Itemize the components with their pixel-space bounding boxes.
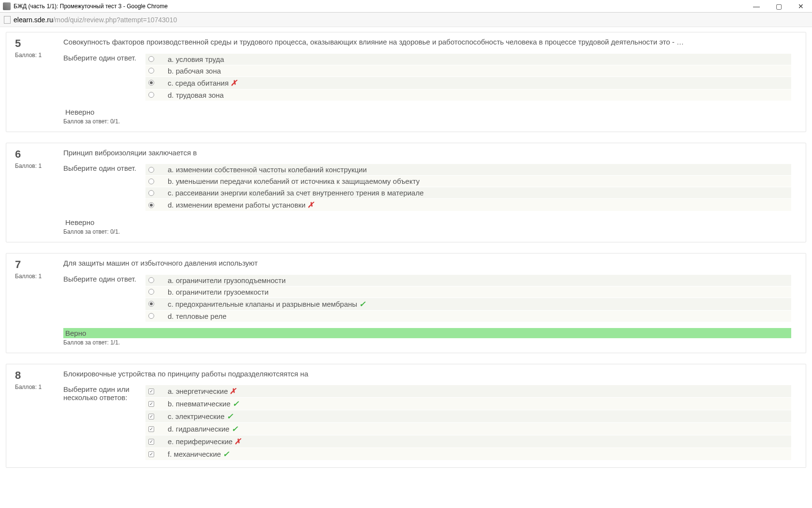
radio-icon[interactable] — [148, 167, 154, 173]
question-block: 7Баллов: 1Для защиты машин от избыточног… — [6, 253, 806, 353]
answer-text: e. периферические — [168, 437, 232, 446]
page-content[interactable]: 5Баллов: 1Совокупность факторов производ… — [0, 27, 812, 508]
radio-icon[interactable] — [148, 56, 154, 62]
question-prompt: Выберите один или несколько ответов: — [63, 385, 145, 402]
page-icon — [4, 16, 11, 24]
radio-icon[interactable] — [148, 289, 154, 295]
answer-option[interactable]: c. рассеивании энергии колебаний за счет… — [145, 187, 791, 198]
answer-option[interactable]: d. гидравлические✓ — [145, 423, 791, 435]
question-points: Баллов: 1 — [15, 52, 63, 59]
answer-text: b. уменьшении передачи колебаний от исто… — [168, 177, 420, 185]
answer-option[interactable]: c. электрические✓ — [145, 410, 791, 422]
answer-text: a. энергетические — [168, 387, 228, 395]
result-text: Верно — [63, 328, 791, 338]
check-icon: ✓ — [232, 424, 238, 433]
question-block: 8Баллов: 1Блокировочные устройства по пр… — [6, 364, 806, 468]
answer-option[interactable]: b. уменьшении передачи колебаний от исто… — [145, 176, 791, 187]
answer-text: b. пневматические — [168, 400, 231, 408]
cross-icon: ✗ — [231, 78, 237, 88]
window-titlebar: БЖД (часть 1/1): Промежуточный тест 3 - … — [0, 0, 812, 13]
answer-text: a. условия труда — [168, 55, 224, 63]
question-points: Баллов: 1 — [15, 163, 63, 169]
answer-option[interactable]: a. ограничители грузоподъемности — [145, 275, 791, 286]
score-text: Баллов за ответ: 0/1. — [63, 228, 791, 235]
url-path: /mod/quiz/review.php?attempt=10743010 — [53, 16, 177, 24]
answer-option[interactable]: a. энергетические✗ — [145, 385, 791, 397]
checkbox-icon[interactable] — [148, 388, 154, 394]
check-icon: ✓ — [227, 412, 233, 421]
answer-option[interactable]: b. пневматические✓ — [145, 398, 791, 410]
answer-text: d. гидравлические — [168, 425, 230, 433]
answer-text: d. изменении времени работы установки — [168, 201, 305, 209]
question-text: Для защиты машин от избыточного давления… — [63, 258, 791, 268]
question-text: Блокировочные устройства по принципу раб… — [63, 369, 791, 379]
answer-option[interactable]: a. условия труда — [145, 54, 791, 65]
answer-text: b. ограничители грузоемкости — [168, 288, 269, 296]
question-prompt: Выберите один ответ. — [63, 275, 145, 283]
answer-option[interactable]: e. периферические✗ — [145, 435, 791, 448]
window-title: БЖД (часть 1/1): Промежуточный тест 3 - … — [14, 3, 168, 10]
answer-option[interactable]: d. тепловые реле — [145, 311, 791, 322]
radio-icon[interactable] — [148, 80, 154, 86]
answer-text: c. рассеивании энергии колебаний за счет… — [168, 189, 424, 197]
question-text: Принцип виброизоляции заключается в — [63, 148, 791, 158]
answer-text: c. предохранительные клапаны и разрывные… — [168, 300, 357, 308]
close-button[interactable]: ✕ — [790, 0, 812, 13]
answer-text: c. электрические — [168, 412, 225, 420]
question-block: 6Баллов: 1Принцип виброизоляции заключае… — [6, 143, 806, 243]
checkbox-icon[interactable] — [148, 426, 154, 432]
favicon-icon — [3, 2, 11, 10]
answer-option[interactable]: b. ограничители грузоемкости — [145, 286, 791, 298]
result-text: Неверно — [63, 217, 791, 227]
answer-option[interactable]: d. изменении времени работы установки✗ — [145, 199, 791, 211]
checkbox-icon[interactable] — [148, 414, 154, 419]
answer-text: a. ограничители грузоподъемности — [168, 276, 286, 284]
answer-text: d. трудовая зона — [168, 91, 224, 99]
cross-icon: ✗ — [230, 387, 236, 396]
radio-icon[interactable] — [148, 202, 154, 208]
check-icon: ✓ — [223, 449, 229, 459]
radio-icon[interactable] — [148, 68, 154, 74]
result-text: Неверно — [63, 107, 791, 117]
window-controls: — ▢ ✕ — [745, 0, 812, 13]
address-bar[interactable]: elearn.sde.ru/mod/quiz/review.php?attemp… — [0, 13, 812, 27]
question-prompt: Выберите один ответ. — [63, 164, 145, 172]
maximize-button[interactable]: ▢ — [768, 0, 790, 13]
minimize-button[interactable]: — — [745, 0, 768, 13]
url-text: elearn.sde.ru/mod/quiz/review.php?attemp… — [14, 16, 177, 24]
radio-icon[interactable] — [148, 190, 154, 196]
check-icon: ✓ — [359, 299, 365, 309]
radio-icon[interactable] — [148, 277, 154, 283]
answer-text: b. рабочая зона — [168, 67, 221, 75]
question-number: 5 — [15, 37, 63, 50]
answer-text: d. тепловые реле — [168, 312, 227, 320]
question-points: Баллов: 1 — [15, 384, 63, 390]
radio-icon[interactable] — [148, 313, 154, 319]
url-host: elearn.sde.ru — [14, 16, 53, 24]
answer-text: a. изменении собственной частоты колебан… — [168, 165, 367, 174]
score-text: Баллов за ответ: 0/1. — [63, 118, 791, 125]
question-number: 7 — [15, 258, 63, 271]
answer-option[interactable]: c. предохранительные клапаны и разрывные… — [145, 298, 791, 310]
answer-option[interactable]: f. механические✓ — [145, 448, 791, 460]
question-prompt: Выберите один ответ. — [63, 54, 145, 62]
checkbox-icon[interactable] — [148, 401, 154, 407]
radio-icon[interactable] — [148, 179, 154, 184]
answer-option[interactable]: c. среда обитания✗ — [145, 77, 791, 89]
question-number: 6 — [15, 148, 63, 161]
cross-icon: ✗ — [307, 200, 314, 209]
answer-text: c. среда обитания — [168, 79, 229, 87]
answer-option[interactable]: a. изменении собственной частоты колебан… — [145, 164, 791, 175]
check-icon: ✓ — [232, 399, 239, 408]
radio-icon[interactable] — [148, 92, 154, 98]
answer-option[interactable]: d. трудовая зона — [145, 90, 791, 101]
radio-icon[interactable] — [148, 301, 154, 307]
question-number: 8 — [15, 369, 63, 382]
checkbox-icon[interactable] — [148, 439, 154, 445]
answer-text: f. механические — [168, 450, 221, 458]
cross-icon: ✗ — [234, 437, 241, 446]
question-points: Баллов: 1 — [15, 273, 63, 280]
question-block: 5Баллов: 1Совокупность факторов производ… — [6, 32, 806, 132]
answer-option[interactable]: b. рабочая зона — [145, 65, 791, 76]
checkbox-icon[interactable] — [148, 451, 154, 457]
